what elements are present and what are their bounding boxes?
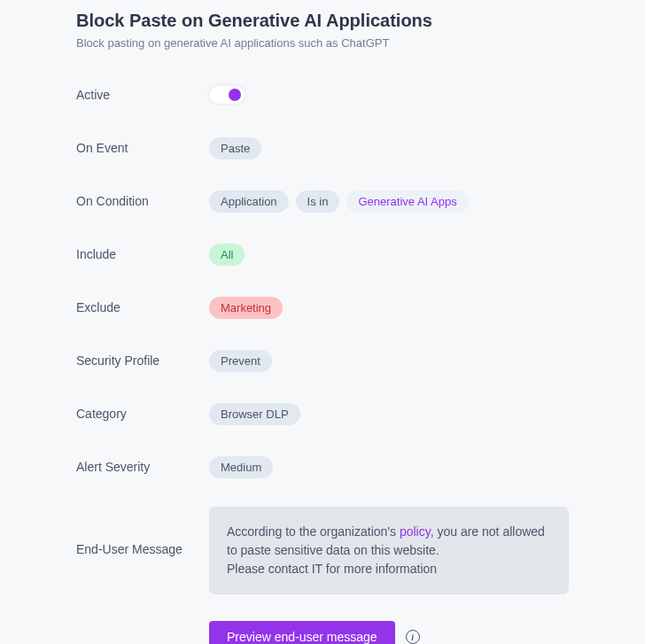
info-icon[interactable]: i <box>406 630 420 644</box>
preview-button[interactable]: Preview end-user message <box>209 621 395 644</box>
label-active: Active <box>76 88 209 102</box>
row-active: Active <box>76 81 569 108</box>
action-row: Preview end-user message i <box>209 621 569 644</box>
row-category: Category Browser DLP <box>76 400 569 427</box>
pill-include[interactable]: All <box>209 244 245 266</box>
label-on-condition: On Condition <box>76 194 209 208</box>
row-alert-severity: Alert Severity Medium <box>76 454 569 480</box>
label-security-profile: Security Profile <box>76 353 209 368</box>
row-end-user-message: End-User Message According to the organi… <box>76 507 569 594</box>
pill-category: Browser DLP <box>209 403 300 425</box>
pill-alert-severity: Medium <box>209 456 273 478</box>
pill-security-profile: Prevent <box>209 350 272 372</box>
pill-on-event: Paste <box>209 137 261 159</box>
row-security-profile: Security Profile Prevent <box>76 347 569 374</box>
label-alert-severity: Alert Severity <box>76 460 209 474</box>
pill-exclude[interactable]: Marketing <box>209 297 283 319</box>
message-line2: Please contact IT for more information <box>227 562 437 576</box>
row-include: Include All <box>76 241 569 268</box>
message-box: According to the organization's policy, … <box>209 507 569 594</box>
pill-condition-object[interactable]: Generative AI Apps <box>346 190 468 213</box>
message-line1-pre: According to the organization's <box>227 524 400 539</box>
row-exclude: Exclude Marketing <box>76 294 569 321</box>
label-end-user-message: End-User Message <box>76 507 209 556</box>
label-on-event: On Event <box>76 141 209 155</box>
toggle-active[interactable] <box>209 86 245 104</box>
label-exclude: Exclude <box>76 300 209 314</box>
pill-condition-operator: Is in <box>296 190 340 213</box>
policy-link[interactable]: policy <box>400 524 431 539</box>
page-subtitle: Block pasting on generative AI applicati… <box>76 36 569 50</box>
pill-condition-subject: Application <box>209 190 289 213</box>
label-include: Include <box>76 247 209 261</box>
label-category: Category <box>76 407 209 421</box>
row-on-event: On Event Paste <box>76 135 569 161</box>
row-on-condition: On Condition Application Is in Generativ… <box>76 188 569 214</box>
page-title: Block Paste on Generative AI Application… <box>76 11 569 31</box>
